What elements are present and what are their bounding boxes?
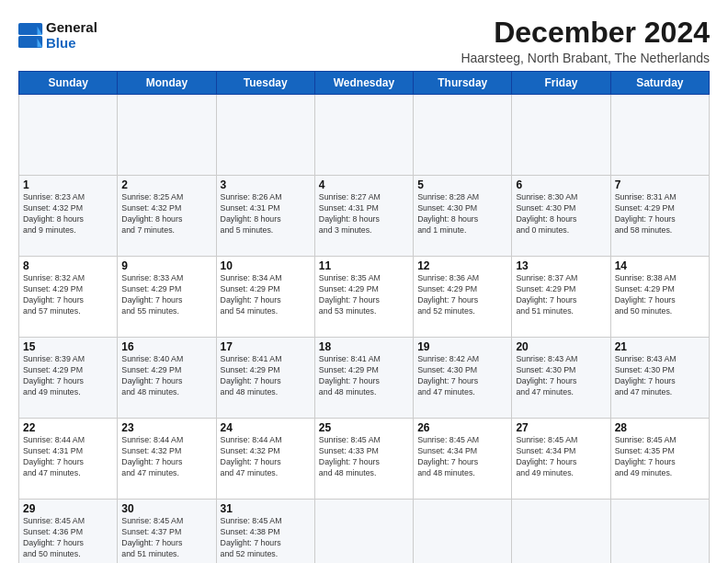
day-number: 22 xyxy=(23,421,113,434)
day-info: Sunrise: 8:32 AMSunset: 4:29 PMDaylight:… xyxy=(23,273,113,317)
day-info: Sunrise: 8:45 AMSunset: 4:33 PMDaylight:… xyxy=(319,435,409,479)
day-info: Sunrise: 8:39 AMSunset: 4:29 PMDaylight:… xyxy=(23,354,113,398)
day-info: Sunrise: 8:44 AMSunset: 4:32 PMDaylight:… xyxy=(121,435,211,479)
day-number: 25 xyxy=(319,421,409,434)
calendar-cell: 24Sunrise: 8:44 AMSunset: 4:32 PMDayligh… xyxy=(216,419,314,500)
logo: General Blue xyxy=(18,20,97,51)
day-info: Sunrise: 8:41 AMSunset: 4:29 PMDaylight:… xyxy=(319,354,409,398)
day-info: Sunrise: 8:45 AMSunset: 4:34 PMDaylight:… xyxy=(516,435,606,479)
day-number: 29 xyxy=(23,502,113,515)
calendar-cell: 12Sunrise: 8:36 AMSunset: 4:29 PMDayligh… xyxy=(414,257,512,338)
calendar-header-row: SundayMondayTuesdayWednesdayThursdayFrid… xyxy=(19,72,710,95)
calendar-cell: 1Sunrise: 8:23 AMSunset: 4:32 PMDaylight… xyxy=(19,176,118,257)
day-info: Sunrise: 8:45 AMSunset: 4:35 PMDaylight:… xyxy=(615,435,705,479)
logo-icon xyxy=(18,23,44,49)
calendar-cell xyxy=(19,95,118,176)
day-info: Sunrise: 8:41 AMSunset: 4:29 PMDaylight:… xyxy=(221,354,311,398)
calendar-cell xyxy=(314,500,413,563)
calendar-cell: 23Sunrise: 8:44 AMSunset: 4:32 PMDayligh… xyxy=(118,419,216,500)
calendar-cell: 3Sunrise: 8:26 AMSunset: 4:31 PMDaylight… xyxy=(216,176,314,257)
calendar-cell xyxy=(610,500,709,563)
day-number: 27 xyxy=(516,421,606,434)
day-info: Sunrise: 8:30 AMSunset: 4:30 PMDaylight:… xyxy=(516,192,606,236)
calendar-cell: 5Sunrise: 8:28 AMSunset: 4:30 PMDaylight… xyxy=(414,176,512,257)
calendar-cell: 31Sunrise: 8:45 AMSunset: 4:38 PMDayligh… xyxy=(216,500,314,563)
calendar-week-6: 29Sunrise: 8:45 AMSunset: 4:36 PMDayligh… xyxy=(19,500,710,563)
day-number: 17 xyxy=(221,340,311,353)
calendar-cell: 10Sunrise: 8:34 AMSunset: 4:29 PMDayligh… xyxy=(216,257,314,338)
header: General Blue December 2024 Haarsteeg, No… xyxy=(18,17,710,65)
day-number: 19 xyxy=(417,340,507,353)
calendar-cell: 30Sunrise: 8:45 AMSunset: 4:37 PMDayligh… xyxy=(118,500,216,563)
calendar-cell: 18Sunrise: 8:41 AMSunset: 4:29 PMDayligh… xyxy=(314,338,413,419)
calendar-cell xyxy=(414,95,512,176)
calendar-week-4: 15Sunrise: 8:39 AMSunset: 4:29 PMDayligh… xyxy=(19,338,710,419)
day-number: 24 xyxy=(221,421,311,434)
calendar-cell: 13Sunrise: 8:37 AMSunset: 4:29 PMDayligh… xyxy=(512,257,610,338)
page: General Blue December 2024 Haarsteeg, No… xyxy=(0,0,728,563)
calendar-week-3: 8Sunrise: 8:32 AMSunset: 4:29 PMDaylight… xyxy=(19,257,710,338)
day-info: Sunrise: 8:37 AMSunset: 4:29 PMDaylight:… xyxy=(516,273,606,317)
day-info: Sunrise: 8:27 AMSunset: 4:31 PMDaylight:… xyxy=(319,192,409,236)
calendar-cell: 28Sunrise: 8:45 AMSunset: 4:35 PMDayligh… xyxy=(610,419,709,500)
day-info: Sunrise: 8:34 AMSunset: 4:29 PMDaylight:… xyxy=(221,273,311,317)
calendar-cell xyxy=(512,500,610,563)
day-number: 5 xyxy=(417,178,507,191)
calendar-cell: 17Sunrise: 8:41 AMSunset: 4:29 PMDayligh… xyxy=(216,338,314,419)
day-info: Sunrise: 8:35 AMSunset: 4:29 PMDaylight:… xyxy=(319,273,409,317)
day-number: 10 xyxy=(221,259,311,272)
day-number: 23 xyxy=(121,421,211,434)
subtitle: Haarsteeg, North Brabant, The Netherland… xyxy=(461,51,710,65)
day-number: 2 xyxy=(121,178,211,191)
day-info: Sunrise: 8:45 AMSunset: 4:37 PMDaylight:… xyxy=(121,516,211,560)
title-section: December 2024 Haarsteeg, North Brabant, … xyxy=(461,17,710,65)
calendar-cell: 9Sunrise: 8:33 AMSunset: 4:29 PMDaylight… xyxy=(118,257,216,338)
col-header-wednesday: Wednesday xyxy=(314,72,413,95)
day-number: 13 xyxy=(516,259,606,272)
calendar-cell: 6Sunrise: 8:30 AMSunset: 4:30 PMDaylight… xyxy=(512,176,610,257)
day-number: 30 xyxy=(121,502,211,515)
calendar-week-1 xyxy=(19,95,710,176)
calendar-cell: 16Sunrise: 8:40 AMSunset: 4:29 PMDayligh… xyxy=(118,338,216,419)
day-info: Sunrise: 8:36 AMSunset: 4:29 PMDaylight:… xyxy=(417,273,507,317)
day-info: Sunrise: 8:43 AMSunset: 4:30 PMDaylight:… xyxy=(516,354,606,398)
col-header-thursday: Thursday xyxy=(414,72,512,95)
day-number: 20 xyxy=(516,340,606,353)
day-info: Sunrise: 8:40 AMSunset: 4:29 PMDaylight:… xyxy=(121,354,211,398)
calendar-cell: 7Sunrise: 8:31 AMSunset: 4:29 PMDaylight… xyxy=(610,176,709,257)
calendar-cell: 20Sunrise: 8:43 AMSunset: 4:30 PMDayligh… xyxy=(512,338,610,419)
day-info: Sunrise: 8:44 AMSunset: 4:31 PMDaylight:… xyxy=(23,435,113,479)
day-number: 12 xyxy=(417,259,507,272)
col-header-monday: Monday xyxy=(118,72,216,95)
day-info: Sunrise: 8:23 AMSunset: 4:32 PMDaylight:… xyxy=(23,192,113,236)
calendar-table: SundayMondayTuesdayWednesdayThursdayFrid… xyxy=(18,71,710,563)
calendar-cell xyxy=(414,500,512,563)
day-info: Sunrise: 8:25 AMSunset: 4:32 PMDaylight:… xyxy=(121,192,211,236)
day-number: 7 xyxy=(615,178,705,191)
day-number: 11 xyxy=(319,259,409,272)
day-info: Sunrise: 8:26 AMSunset: 4:31 PMDaylight:… xyxy=(221,192,311,236)
day-info: Sunrise: 8:42 AMSunset: 4:30 PMDaylight:… xyxy=(417,354,507,398)
day-number: 15 xyxy=(23,340,113,353)
calendar-cell xyxy=(216,95,314,176)
calendar-cell: 15Sunrise: 8:39 AMSunset: 4:29 PMDayligh… xyxy=(19,338,118,419)
calendar-cell: 14Sunrise: 8:38 AMSunset: 4:29 PMDayligh… xyxy=(610,257,709,338)
calendar-cell xyxy=(512,95,610,176)
day-number: 3 xyxy=(221,178,311,191)
day-number: 8 xyxy=(23,259,113,272)
calendar-cell: 2Sunrise: 8:25 AMSunset: 4:32 PMDaylight… xyxy=(118,176,216,257)
calendar-week-2: 1Sunrise: 8:23 AMSunset: 4:32 PMDaylight… xyxy=(19,176,710,257)
logo-text: General Blue xyxy=(46,20,97,51)
day-info: Sunrise: 8:31 AMSunset: 4:29 PMDaylight:… xyxy=(615,192,705,236)
day-info: Sunrise: 8:43 AMSunset: 4:30 PMDaylight:… xyxy=(615,354,705,398)
day-info: Sunrise: 8:45 AMSunset: 4:38 PMDaylight:… xyxy=(221,516,311,560)
calendar-cell: 29Sunrise: 8:45 AMSunset: 4:36 PMDayligh… xyxy=(19,500,118,563)
day-number: 9 xyxy=(121,259,211,272)
day-info: Sunrise: 8:33 AMSunset: 4:29 PMDaylight:… xyxy=(121,273,211,317)
day-number: 21 xyxy=(615,340,705,353)
calendar-cell: 22Sunrise: 8:44 AMSunset: 4:31 PMDayligh… xyxy=(19,419,118,500)
calendar-cell: 19Sunrise: 8:42 AMSunset: 4:30 PMDayligh… xyxy=(414,338,512,419)
day-number: 6 xyxy=(516,178,606,191)
day-info: Sunrise: 8:45 AMSunset: 4:34 PMDaylight:… xyxy=(417,435,507,479)
day-info: Sunrise: 8:45 AMSunset: 4:36 PMDaylight:… xyxy=(23,516,113,560)
